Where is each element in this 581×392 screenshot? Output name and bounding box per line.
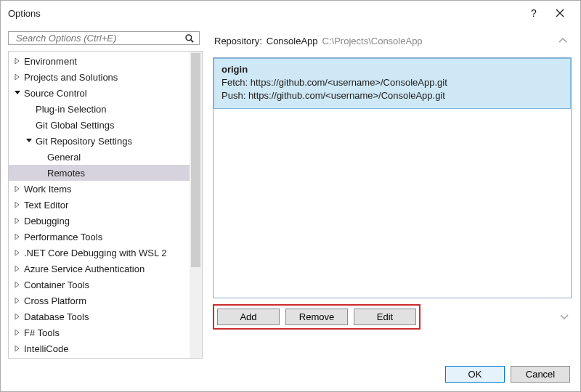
chevron-down-icon[interactable] <box>557 311 572 323</box>
tree-node-database-tools[interactable]: Database Tools <box>9 309 190 324</box>
chevron-right-icon <box>13 282 21 287</box>
tree-node-label: Projects and Solutions <box>24 72 118 83</box>
help-button[interactable]: ? <box>521 2 547 24</box>
tree-node-plugin-selection[interactable]: Plug-in Selection <box>9 101 190 117</box>
close-button[interactable] <box>547 2 573 24</box>
tree-node-container-tools[interactable]: Container Tools <box>9 277 190 293</box>
remote-fetch: Fetch: https://github.com/<username>/Con… <box>222 76 563 89</box>
tree-node-label: Source Control <box>24 88 87 99</box>
tree-node-git-repository-settings[interactable]: Git Repository Settings <box>9 133 190 149</box>
tree-node-source-control[interactable]: Source Control <box>9 85 190 101</box>
tree-node-label: Environment <box>24 56 77 67</box>
tree-node-text-editor[interactable]: Text Editor <box>9 197 190 213</box>
repository-name: ConsoleApp <box>267 36 318 46</box>
chevron-right-icon <box>13 234 21 240</box>
tree-node-label: Git Repository Settings <box>36 136 132 147</box>
tree-node-label: Remotes <box>47 168 85 179</box>
tree-node-label: Performance Tools <box>24 232 102 242</box>
chevron-right-icon <box>13 330 21 335</box>
tree-scrollbar[interactable] <box>190 52 202 358</box>
tree-node-environment[interactable]: Environment <box>9 53 190 69</box>
tree-node-git-global-settings[interactable]: Git Global Settings <box>9 117 190 133</box>
edit-button[interactable]: Edit <box>354 309 416 325</box>
svg-point-2 <box>186 35 192 41</box>
tree-node-label: Git Global Settings <box>36 120 114 131</box>
search-input[interactable] <box>15 32 184 44</box>
tree-node-general[interactable]: General <box>9 149 190 165</box>
chevron-up-icon[interactable] <box>556 35 570 46</box>
chevron-right-icon <box>13 266 21 271</box>
tree-node-remotes[interactable]: Remotes <box>9 165 190 181</box>
tree-node-label: F# Tools <box>24 327 60 338</box>
tree-node-label: Plug-in Selection <box>36 104 107 115</box>
chevron-down-icon <box>25 138 33 144</box>
tree-node-fsharp-tools[interactable]: F# Tools <box>9 324 190 340</box>
tree-node-label: Text Editor <box>24 200 68 211</box>
add-button[interactable]: Add <box>217 309 280 325</box>
repository-label: Repository: <box>214 36 262 46</box>
svg-line-3 <box>191 39 193 41</box>
remote-item[interactable]: origin Fetch: https://github.com/<userna… <box>214 58 571 109</box>
remote-actions-highlight: Add Remove Edit <box>213 304 420 330</box>
tree-node-net-core-wsl2[interactable]: .NET Core Debugging with WSL 2 <box>9 245 190 261</box>
tree-node-label: Work Items <box>24 184 72 195</box>
tree-node-label: IntelliCode <box>24 343 68 354</box>
repository-path: C:\Projects\ConsoleApp <box>322 36 423 46</box>
chevron-right-icon <box>13 218 21 224</box>
tree-node-performance-tools[interactable]: Performance Tools <box>9 229 190 245</box>
tree-node-cross-platform[interactable]: Cross Platform <box>9 293 190 309</box>
tree-node-label: Container Tools <box>24 279 89 290</box>
tree-node-label: Database Tools <box>24 311 89 322</box>
options-tree[interactable]: Environment Projects and Solutions Sourc… <box>9 52 190 358</box>
remote-push: Push: https://github.com/<username>/Cons… <box>222 89 563 102</box>
tree-node-debugging[interactable]: Debugging <box>9 213 190 229</box>
tree-node-label: General <box>47 152 81 163</box>
remove-button[interactable]: Remove <box>285 309 348 325</box>
tree-node-intellicode[interactable]: IntelliCode <box>9 340 190 356</box>
chevron-right-icon <box>13 298 21 303</box>
tree-node-label: Azure Service Authentication <box>24 264 145 274</box>
remote-name: origin <box>222 63 563 76</box>
chevron-right-icon <box>13 346 21 351</box>
window-title: Options <box>8 8 41 19</box>
remotes-list[interactable]: origin Fetch: https://github.com/<userna… <box>213 57 572 298</box>
chevron-right-icon <box>13 314 21 319</box>
tree-node-azure-auth[interactable]: Azure Service Authentication <box>9 261 190 277</box>
chevron-right-icon <box>13 250 21 256</box>
chevron-down-icon <box>13 90 21 96</box>
close-icon <box>556 9 564 17</box>
ok-button[interactable]: OK <box>445 366 505 383</box>
tree-node-label: .NET Core Debugging with WSL 2 <box>24 248 167 258</box>
tree-node-projects-and-solutions[interactable]: Projects and Solutions <box>9 69 190 85</box>
chevron-right-icon <box>13 202 21 208</box>
chevron-right-icon <box>13 186 21 192</box>
tree-node-label: Cross Platform <box>24 295 86 306</box>
tree-node-label: Debugging <box>24 216 70 226</box>
cancel-button[interactable]: Cancel <box>511 366 570 383</box>
chevron-right-icon <box>13 74 21 80</box>
tree-node-work-items[interactable]: Work Items <box>9 181 190 197</box>
search-input-wrap[interactable] <box>8 31 200 45</box>
search-icon[interactable] <box>184 33 195 44</box>
scrollbar-thumb[interactable] <box>191 53 200 267</box>
chevron-right-icon <box>13 58 21 64</box>
